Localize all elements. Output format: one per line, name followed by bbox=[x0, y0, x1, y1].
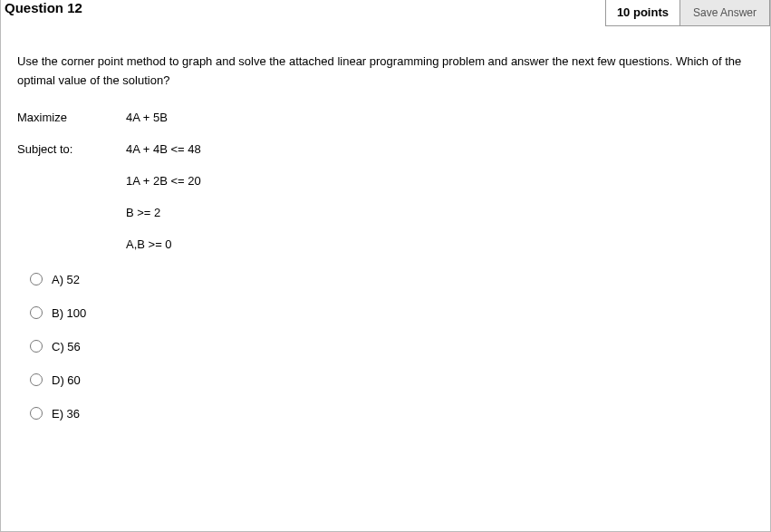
option-label[interactable]: A) 52 bbox=[52, 273, 80, 286]
option-radio-e[interactable] bbox=[30, 407, 43, 420]
option-row: D) 60 bbox=[17, 373, 754, 387]
option-label[interactable]: D) 60 bbox=[52, 373, 81, 387]
option-label[interactable]: B) 100 bbox=[52, 306, 86, 320]
lp-constraint-3: A,B >= 0 bbox=[126, 237, 754, 251]
lp-subject-row: Subject to: 4A + 4B <= 48 bbox=[17, 142, 754, 156]
lp-constraint-2: B >= 2 bbox=[126, 206, 754, 219]
question-container: Question 12 10 points Save Answer Use th… bbox=[0, 0, 771, 532]
option-label[interactable]: C) 56 bbox=[52, 340, 81, 353]
option-radio-a[interactable] bbox=[30, 273, 43, 285]
lp-maximize-row: Maximize 4A + 5B bbox=[17, 111, 754, 124]
lp-subject-label: Subject to: bbox=[17, 142, 126, 156]
option-row: E) 36 bbox=[17, 407, 754, 421]
question-prompt: Use the corner point method to graph and… bbox=[17, 53, 754, 91]
save-answer-button[interactable]: Save Answer bbox=[679, 0, 770, 26]
options-list: A) 52 B) 100 C) 56 D) 60 E) 36 bbox=[17, 273, 754, 421]
question-header: Question 12 10 points Save Answer bbox=[1, 0, 770, 25]
option-radio-d[interactable] bbox=[30, 373, 43, 386]
header-right: 10 points Save Answer bbox=[605, 0, 770, 26]
lp-maximize-label: Maximize bbox=[17, 111, 126, 124]
question-title: Question 12 bbox=[5, 0, 82, 15]
lp-constraint-1: 1A + 2B <= 20 bbox=[126, 174, 754, 188]
question-content: Use the corner point method to graph and… bbox=[1, 25, 770, 457]
option-row: B) 100 bbox=[17, 306, 754, 320]
lp-maximize-expr: 4A + 5B bbox=[126, 111, 754, 124]
points-box: 10 points bbox=[605, 0, 679, 26]
option-label[interactable]: E) 36 bbox=[52, 407, 80, 421]
lp-constraint-0: 4A + 4B <= 48 bbox=[126, 142, 754, 156]
option-row: C) 56 bbox=[17, 340, 754, 353]
option-radio-c[interactable] bbox=[30, 340, 43, 353]
option-row: A) 52 bbox=[17, 273, 754, 286]
option-radio-b[interactable] bbox=[30, 306, 43, 319]
